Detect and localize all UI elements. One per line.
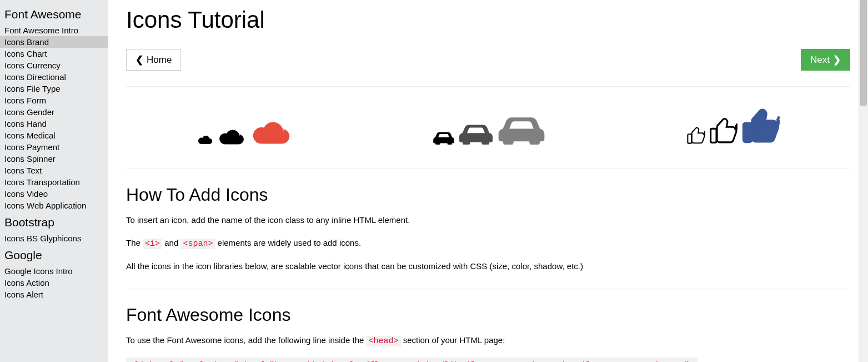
howto-p3: All the icons in the icon libraries belo…: [126, 260, 850, 273]
chevron-right-icon: ❯: [833, 54, 841, 66]
cloud-icon: [217, 124, 245, 146]
code-head-tag: <head>: [367, 336, 401, 346]
home-button[interactable]: ❮ Home: [126, 49, 181, 71]
sidebar-item[interactable]: Icons Currency: [0, 59, 108, 71]
next-button[interactable]: Next ❯: [801, 49, 850, 71]
sidebar-item[interactable]: Icons Brand: [0, 36, 108, 48]
code-span-tag: <span>: [180, 239, 215, 249]
chevron-left-icon: ❮: [136, 54, 143, 66]
sidebar-item[interactable]: Icons Form: [0, 95, 108, 106]
divider: [126, 289, 850, 289]
sidebar-item[interactable]: Font Awesome Intro: [0, 24, 108, 36]
scrollbar-thumb[interactable]: [860, 0, 867, 106]
divider: [126, 86, 850, 87]
sidebar-heading: Bootstrap: [0, 211, 108, 232]
sidebar-heading: Font Awesome: [0, 3, 108, 24]
thumb-icon-group: [686, 106, 780, 146]
thumbs-up-icon: [741, 106, 780, 146]
scrollbar[interactable]: [859, 0, 868, 362]
sidebar-item[interactable]: Icons Medical: [0, 130, 108, 141]
home-label: Home: [147, 54, 172, 66]
car-icon: [497, 114, 546, 146]
fa-heading: Font Awesome Icons: [126, 305, 850, 325]
thumbs-up-icon: [709, 116, 737, 146]
sidebar-item[interactable]: Icons Directional: [0, 71, 108, 83]
cloud-icon-group: [197, 113, 292, 146]
sidebar: Font AwesomeFont Awesome IntroIcons Bran…: [0, 0, 108, 362]
sidebar-heading: Google: [0, 244, 108, 265]
car-icon: [458, 122, 494, 146]
sidebar-item[interactable]: Icons Spinner: [0, 153, 108, 165]
sidebar-item[interactable]: Icons Alert: [0, 289, 108, 300]
fa-linkcode-wrap: <link rel="stylesheet" href="https://cdn…: [126, 358, 850, 362]
page-title: Icons Tutorial: [126, 7, 850, 33]
howto-heading: How To Add Icons: [126, 185, 850, 205]
sidebar-item[interactable]: Icons BS Glyphicons: [0, 232, 108, 244]
sidebar-item[interactable]: Icons Text: [0, 165, 108, 176]
icon-showcase: [126, 102, 850, 153]
thumbs-up-icon: [686, 126, 705, 146]
sidebar-item[interactable]: Icons Transportation: [0, 176, 108, 188]
sidebar-item[interactable]: Icons File Type: [0, 83, 108, 95]
sidebar-item[interactable]: Icons Hand: [0, 118, 108, 130]
cloud-icon: [197, 132, 213, 146]
fa-link-code: <link rel="stylesheet" href="https://cdn…: [126, 358, 698, 362]
code-i-tag: <i>: [143, 239, 162, 249]
sidebar-item[interactable]: Icons Chart: [0, 48, 108, 59]
howto-p2: The <i> and <span> elements are widely u…: [126, 237, 850, 251]
sidebar-item[interactable]: Icons Gender: [0, 106, 108, 118]
cloud-icon: [249, 113, 292, 146]
howto-p1: To insert an icon, add the name of the i…: [126, 214, 850, 227]
car-icon: [433, 131, 455, 146]
sidebar-item[interactable]: Google Icons Intro: [0, 265, 108, 277]
main-content: Icons Tutorial ❮ Home Next ❯ How To Add …: [108, 0, 868, 362]
nav-row: ❮ Home Next ❯: [126, 49, 850, 71]
fa-p1: To use the Font Awesome icons, add the f…: [126, 334, 850, 348]
car-icon-group: [433, 114, 546, 146]
sidebar-item[interactable]: Icons Web Application: [0, 200, 108, 211]
next-label: Next: [810, 54, 830, 66]
sidebar-item[interactable]: Icons Video: [0, 188, 108, 200]
sidebar-item[interactable]: Icons Action: [0, 277, 108, 289]
divider: [126, 168, 850, 169]
sidebar-item[interactable]: Icons Payment: [0, 141, 108, 153]
